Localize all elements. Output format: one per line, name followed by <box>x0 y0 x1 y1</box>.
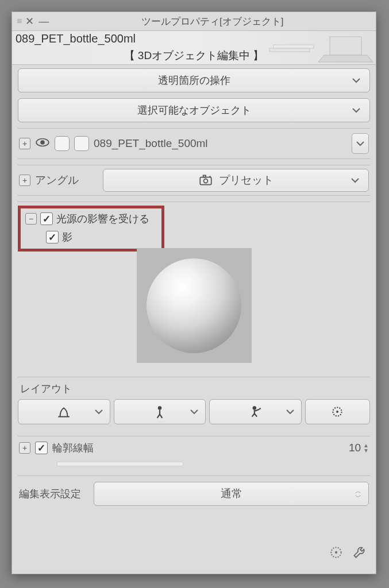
selectable-objects-button[interactable]: 選択可能なオブジェクト <box>18 98 370 122</box>
chevron-down-icon <box>351 75 361 86</box>
lighting-highlight: − 光源の影響を受ける 影 <box>18 206 164 252</box>
outline-row: + 輪郭線幅 10 ▲▼ <box>18 436 370 456</box>
preview-sphere <box>147 258 241 353</box>
svg-point-13 <box>259 408 261 409</box>
chevron-down-icon <box>355 138 365 149</box>
layout-label: レイアウト <box>20 382 370 396</box>
layout-pose-button[interactable] <box>209 399 302 424</box>
collapse-button[interactable]: − <box>25 213 37 225</box>
preview-background[interactable] <box>137 248 252 363</box>
minimize-icon[interactable]: — <box>38 16 49 28</box>
shadow-row: 影 <box>46 230 157 244</box>
layout-rotate-button[interactable] <box>305 399 370 424</box>
button-label: 選択可能なオブジェクト <box>137 103 251 117</box>
lock-box[interactable] <box>55 136 70 151</box>
display-setting-row: 編集表示設定 通常 ︿﹀ <box>18 475 370 512</box>
chevron-down-icon <box>350 175 360 185</box>
outline-checkbox[interactable] <box>35 442 48 454</box>
light-preview <box>18 248 370 363</box>
display-setting-value: 通常 <box>221 486 242 501</box>
chevron-down-icon <box>351 105 361 115</box>
object-row-label: 089_PET_bottle_500ml <box>94 137 347 150</box>
reset-icon[interactable] <box>329 545 344 563</box>
expand-button[interactable]: + <box>19 442 30 454</box>
outline-label: 輪郭線幅 <box>52 441 94 455</box>
figure-pose-icon <box>248 404 263 419</box>
transparent-ops-button[interactable]: 透明箇所の操作 <box>18 68 370 92</box>
object-header: 089_PET_bottle_500ml 【 3Dオブジェクト編集中 】 <box>12 30 376 65</box>
svg-point-11 <box>158 406 162 410</box>
display-setting-select[interactable]: 通常 ︿﹀ <box>94 482 369 506</box>
expand-button[interactable]: + <box>19 138 30 149</box>
select-stepper: ︿﹀ <box>355 488 361 500</box>
menu-icon[interactable]: ≡ <box>17 16 22 26</box>
svg-point-9 <box>209 176 211 177</box>
angle-label: アングル <box>35 173 98 188</box>
svg-point-17 <box>335 551 337 554</box>
visibility-icon[interactable] <box>35 135 50 153</box>
figure-ground-icon <box>56 404 71 419</box>
light-affected-row: − 光源の影響を受ける <box>25 212 157 226</box>
wrench-icon[interactable] <box>352 545 367 563</box>
shadow-checkbox[interactable] <box>46 231 59 243</box>
light-affected-checkbox[interactable] <box>40 212 53 225</box>
rotate-icon <box>330 404 345 419</box>
select-box[interactable] <box>74 136 89 151</box>
expand-button[interactable]: + <box>19 175 30 186</box>
object-list-row: + 089_PET_bottle_500ml <box>18 128 370 159</box>
titlebar: ≡ ✕ — ツールプロパティ[オブジェクト] <box>12 12 376 30</box>
svg-rect-6 <box>200 177 211 185</box>
tool-property-panel: ≡ ✕ — ツールプロパティ[オブジェクト] 089_PET_bottle_50… <box>11 11 376 574</box>
camera-icon <box>198 173 213 188</box>
outline-value: 10 <box>349 442 361 454</box>
chevron-down-icon <box>285 407 295 417</box>
preset-button[interactable]: プリセット <box>103 169 369 192</box>
figure-stand-icon <box>152 404 167 419</box>
svg-point-15 <box>337 411 339 413</box>
outline-stepper[interactable]: ▲▼ <box>363 443 369 453</box>
chevron-down-icon <box>94 407 104 417</box>
object-row-dropdown[interactable] <box>352 133 369 154</box>
preset-label: プリセット <box>219 173 274 188</box>
editing-banner: 【 3Dオブジェクト編集中 】 <box>12 48 376 63</box>
outline-slider[interactable] <box>57 462 183 466</box>
panel-title: ツールプロパティ[オブジェクト] <box>53 15 371 28</box>
svg-point-12 <box>252 406 256 410</box>
angle-row: + アングル プリセット <box>18 165 370 196</box>
chevron-down-icon <box>189 407 199 417</box>
light-affected-label: 光源の影響を受ける <box>56 212 149 226</box>
close-icon[interactable]: ✕ <box>25 15 34 28</box>
svg-rect-8 <box>203 175 206 177</box>
svg-point-5 <box>40 140 45 145</box>
button-label: 透明箇所の操作 <box>158 74 230 87</box>
panel-footer <box>18 540 370 568</box>
layout-ground-button[interactable] <box>18 399 110 424</box>
layout-section: レイアウト <box>18 377 370 424</box>
shadow-label: 影 <box>62 230 72 244</box>
svg-point-7 <box>204 179 208 183</box>
display-setting-label: 編集表示設定 <box>19 487 88 501</box>
layout-stand-button[interactable] <box>114 399 206 424</box>
